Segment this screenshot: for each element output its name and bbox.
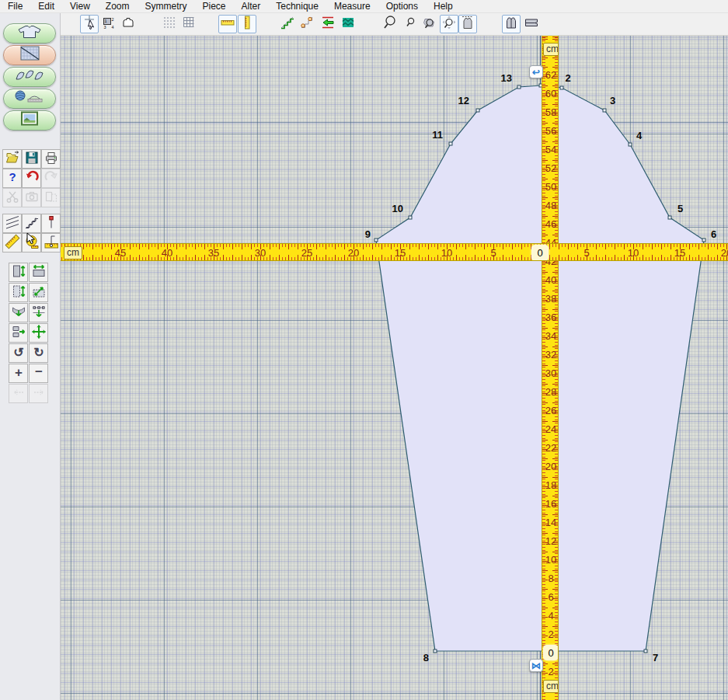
save-button[interactable]	[22, 149, 41, 169]
move-diag-button[interactable]	[29, 283, 48, 302]
line-grid-button[interactable]	[179, 15, 198, 33]
shape-point-11[interactable]	[449, 142, 452, 145]
carriage-return-button[interactable]	[319, 15, 337, 33]
zoom-in-button[interactable]	[381, 15, 399, 33]
point-label-2: 2	[565, 72, 570, 84]
shape-point-10[interactable]	[409, 216, 412, 219]
curve-down-icon	[11, 304, 26, 322]
sleeve-shape-layer[interactable]: 12345678910111213	[61, 36, 728, 700]
help-button[interactable]: ?	[2, 169, 22, 188]
menu-symmetry[interactable]: Symmetry	[138, 0, 195, 13]
horizontal-ruler[interactable]: 4540353025201510505101520cm	[61, 243, 728, 261]
shape-point-8[interactable]	[434, 650, 437, 653]
menu-options[interactable]: Options	[378, 0, 426, 13]
shape-point-3[interactable]	[603, 109, 606, 112]
slopes-button[interactable]	[2, 214, 22, 233]
vruler-label-60: 60	[545, 88, 556, 99]
insert-right-button[interactable]	[9, 323, 28, 343]
vruler-unit-bottom: cm	[543, 680, 559, 693]
zoom-piece-icon	[460, 15, 475, 33]
ruler-diagonal-button[interactable]	[2, 233, 22, 252]
hruler-label-left-40: 40	[162, 247, 172, 259]
stretch-v-button[interactable]	[9, 263, 28, 282]
menu-file[interactable]: File	[0, 0, 30, 13]
shape-point-13[interactable]	[517, 85, 521, 89]
menu-zoom[interactable]: Zoom	[98, 0, 138, 13]
menu-help[interactable]: Help	[426, 0, 461, 13]
stretch-h-button[interactable]	[29, 263, 48, 282]
piece-front-button[interactable]	[502, 15, 521, 33]
motif-design-icon	[12, 67, 47, 87]
menu-edit[interactable]: Edit	[30, 0, 62, 13]
dot-grid-button[interactable]	[160, 15, 179, 33]
ruler-pin-button[interactable]	[41, 233, 61, 252]
zoom-pan-button[interactable]	[440, 15, 458, 33]
next-piece-icon	[31, 385, 47, 403]
move-v-icon	[11, 284, 26, 302]
shape-point-5[interactable]	[668, 216, 671, 219]
nodes-down-button[interactable]	[29, 303, 48, 322]
camera-icon	[24, 189, 40, 207]
vruler-label-54: 54	[545, 144, 556, 155]
undo-button[interactable]	[22, 169, 41, 188]
vruler-label-20: 20	[545, 461, 556, 472]
picture-view-button[interactable]	[3, 110, 56, 131]
piece-side-button[interactable]	[522, 15, 541, 33]
stairs-tool-icon	[24, 214, 40, 233]
cut-button	[2, 188, 22, 207]
zoom-plus-button[interactable]: +	[9, 364, 28, 383]
sleeve-polygon[interactable]	[376, 85, 704, 651]
vruler-label-28: 28	[545, 386, 556, 398]
shape-point-2[interactable]	[560, 86, 563, 89]
open-button[interactable]	[2, 149, 22, 169]
menu-view[interactable]: View	[62, 0, 98, 13]
vruler-label-24: 24	[545, 423, 556, 435]
zoom-region-button[interactable]	[420, 15, 439, 33]
tape-measure-button[interactable]	[22, 233, 41, 252]
pointer-tool-button[interactable]	[80, 15, 99, 33]
machine-knit-icon	[12, 89, 47, 109]
motif-design-button[interactable]	[3, 67, 56, 87]
shape-point-9[interactable]	[374, 239, 378, 242]
piece-outline-button[interactable]	[119, 15, 138, 33]
zoom-out-icon	[402, 15, 418, 33]
zoom-out-button[interactable]	[401, 15, 420, 33]
redo-button	[41, 169, 61, 188]
print-button[interactable]	[41, 149, 61, 169]
rotate-ccw-button[interactable]: ↺	[9, 343, 28, 363]
menu-technique[interactable]: Technique	[268, 0, 326, 13]
shape-edit-button[interactable]	[3, 45, 56, 65]
move-all-button[interactable]	[29, 323, 48, 343]
shape-point-6[interactable]	[702, 239, 705, 242]
rotate-cw-button[interactable]: ↻	[29, 343, 48, 363]
menu-measure[interactable]: Measure	[326, 0, 378, 13]
move-v-button[interactable]	[9, 283, 28, 302]
garment-design-button[interactable]	[3, 23, 56, 44]
garment-design-icon	[12, 23, 47, 44]
point-line-icon	[44, 214, 59, 233]
zoom-piece-button[interactable]	[458, 15, 477, 33]
quadrant-view-button[interactable]: 1234	[99, 15, 118, 33]
ruler-horizontal-button[interactable]	[218, 15, 237, 33]
stairs-tool-button[interactable]	[22, 214, 41, 233]
curve-down-button[interactable]	[9, 303, 28, 322]
ruler-vertical-button[interactable]	[238, 15, 256, 33]
menu-alter[interactable]: Alter	[234, 0, 269, 13]
knit-texture-button[interactable]	[339, 15, 357, 33]
flip-horizontal-icon[interactable]: ↩	[529, 65, 543, 78]
vertical-ruler[interactable]: 6260585654525048464442403836343230282624…	[542, 36, 559, 700]
piece-side-icon	[524, 15, 539, 33]
next-piece-button	[29, 384, 48, 403]
menu-piece[interactable]: Piece	[195, 0, 234, 13]
zoom-minus-button[interactable]: −	[29, 364, 48, 383]
flip-vertical-icon[interactable]: ⋈	[529, 659, 543, 672]
machine-knit-button[interactable]	[3, 89, 56, 109]
shape-point-7[interactable]	[644, 650, 647, 653]
hruler-label-left-30: 30	[255, 247, 266, 259]
stairs-smooth-button[interactable]	[278, 15, 297, 33]
point-line-button[interactable]	[41, 214, 61, 233]
pattern-canvas[interactable]: 12345678910111213 6260585654525048464442…	[61, 36, 728, 700]
stairs-points-button[interactable]	[298, 15, 316, 33]
shape-point-12[interactable]	[476, 109, 479, 112]
shape-point-4[interactable]	[629, 143, 632, 146]
